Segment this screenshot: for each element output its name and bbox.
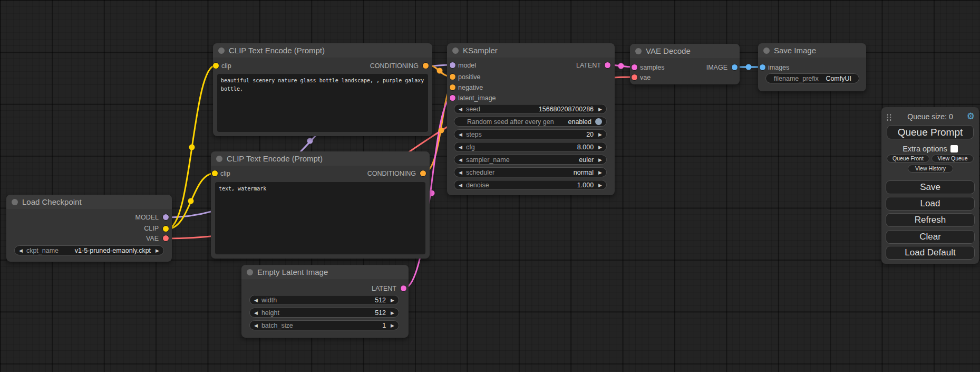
collapse-dot-icon[interactable] xyxy=(12,199,18,205)
input-port-samples[interactable] xyxy=(632,64,637,70)
widget-value: v1-5-pruned-emaonly.ckpt xyxy=(75,247,151,254)
load-default-button[interactable]: Load Default xyxy=(886,246,975,260)
input-port-clip[interactable] xyxy=(212,170,218,176)
input-port-clip[interactable] xyxy=(213,63,219,69)
input-port-images[interactable] xyxy=(760,64,765,70)
increment-icon[interactable] xyxy=(598,155,602,165)
collapse-dot-icon[interactable] xyxy=(635,48,642,54)
increment-icon[interactable] xyxy=(598,130,602,139)
node-title-bar[interactable]: VAE Decode xyxy=(630,44,740,58)
input-port-negative[interactable] xyxy=(450,84,455,90)
widget-label: scheduler xyxy=(466,169,494,176)
input-port-positive[interactable] xyxy=(450,74,455,80)
increment-icon[interactable] xyxy=(598,142,602,152)
decrement-icon[interactable] xyxy=(459,180,462,190)
widget-label: Random seed after every gen xyxy=(467,118,554,126)
collapse-dot-icon[interactable] xyxy=(216,156,222,162)
output-port-model[interactable] xyxy=(163,214,169,220)
collapse-dot-icon[interactable] xyxy=(218,47,225,54)
output-label-vae: VAE xyxy=(146,235,159,242)
collapse-dot-icon[interactable] xyxy=(763,47,770,54)
widget-seed[interactable]: seed 156680208700286 xyxy=(454,104,607,114)
node-title: Load Checkpoint xyxy=(22,197,82,206)
node-ksampler[interactable]: KSampler model positive negative latent_… xyxy=(447,43,615,195)
node-title-bar[interactable]: Save Image xyxy=(758,43,866,58)
output-port-latent[interactable] xyxy=(605,62,610,68)
decrement-icon[interactable] xyxy=(19,246,23,255)
node-title-bar[interactable]: CLIP Text Encode (Prompt) xyxy=(213,43,432,58)
decrement-icon[interactable] xyxy=(254,295,258,305)
decrement-icon[interactable] xyxy=(459,104,462,114)
decrement-icon[interactable] xyxy=(254,308,258,318)
output-port-image[interactable] xyxy=(732,64,738,70)
increment-icon[interactable] xyxy=(391,295,394,305)
collapse-dot-icon[interactable] xyxy=(247,269,253,275)
collapse-dot-icon[interactable] xyxy=(452,47,459,54)
prompt-text-field[interactable]: beautiful scenery nature glass bottle la… xyxy=(217,74,428,132)
prompt-text-field[interactable]: text, watermark xyxy=(215,182,425,254)
increment-icon[interactable] xyxy=(391,308,394,318)
output-port-clip[interactable] xyxy=(163,226,169,232)
widget-width[interactable]: width 512 xyxy=(249,295,399,305)
node-title-bar[interactable]: CLIP Text Encode (Prompt) xyxy=(211,151,430,166)
node-title: VAE Decode xyxy=(646,46,691,55)
node-title: CLIP Text Encode (Prompt) xyxy=(227,154,323,163)
view-history-button[interactable]: View History xyxy=(908,165,953,173)
increment-icon[interactable] xyxy=(598,168,602,177)
widget-scheduler[interactable]: scheduler normal xyxy=(454,167,607,177)
widget-denoise[interactable]: denoise 1.000 xyxy=(454,180,607,190)
refresh-button[interactable]: Refresh xyxy=(886,213,975,227)
node-title-bar[interactable]: Load Checkpoint xyxy=(6,195,172,209)
increment-icon[interactable] xyxy=(391,321,394,330)
increment-icon[interactable] xyxy=(598,104,602,114)
increment-icon[interactable] xyxy=(598,180,602,190)
view-queue-button[interactable]: View Queue xyxy=(932,155,974,163)
decrement-icon[interactable] xyxy=(254,321,258,330)
output-port-vae[interactable] xyxy=(163,235,169,241)
output-port-conditioning[interactable] xyxy=(423,63,429,69)
widget-steps[interactable]: steps 20 xyxy=(454,129,607,139)
node-load-checkpoint[interactable]: Load Checkpoint MODEL CLIP VAE ckpt_name… xyxy=(6,195,172,262)
output-port-conditioning[interactable] xyxy=(420,170,426,176)
widget-batch-size[interactable]: batch_size 1 xyxy=(249,320,399,330)
queue-prompt-button[interactable]: Queue Prompt xyxy=(887,125,974,139)
increment-icon[interactable] xyxy=(156,246,159,255)
input-port-latent-image[interactable] xyxy=(450,95,455,101)
node-title-bar[interactable]: Empty Latent Image xyxy=(241,265,409,279)
node-clip-text-encode-negative[interactable]: CLIP Text Encode (Prompt) clip CONDITION… xyxy=(211,151,430,259)
widget-ckpt-name[interactable]: ckpt_name v1-5-pruned-emaonly.ckpt xyxy=(14,245,164,255)
decrement-icon[interactable] xyxy=(459,142,462,152)
extra-options-checkbox[interactable] xyxy=(950,145,958,152)
widget-height[interactable]: height 512 xyxy=(249,308,399,318)
widget-value: 156680208700286 xyxy=(539,106,594,113)
toggle-knob-icon[interactable] xyxy=(595,118,602,125)
node-graph-canvas[interactable]: Load Checkpoint MODEL CLIP VAE ckpt_name… xyxy=(0,0,980,372)
node-vae-decode[interactable]: VAE Decode samples vae IMAGE xyxy=(630,44,740,84)
input-port-vae[interactable] xyxy=(632,74,637,80)
widget-filename-prefix[interactable]: filename_prefix ComfyUI xyxy=(765,73,859,83)
widget-sampler-name[interactable]: sampler_name euler xyxy=(454,155,607,165)
node-title-bar[interactable]: KSampler xyxy=(447,43,615,58)
widget-label: denoise xyxy=(466,182,489,189)
clear-button[interactable]: Clear xyxy=(886,230,975,244)
decrement-icon[interactable] xyxy=(459,130,462,139)
input-port-model[interactable] xyxy=(450,62,455,68)
widget-value: 8.000 xyxy=(577,144,594,151)
queue-front-button[interactable]: Queue Front xyxy=(887,155,929,163)
load-button[interactable]: Load xyxy=(886,197,975,211)
node-clip-text-encode-positive[interactable]: CLIP Text Encode (Prompt) clip CONDITION… xyxy=(213,43,432,136)
decrement-icon[interactable] xyxy=(459,155,462,165)
link-midpoint-dot xyxy=(439,128,444,133)
node-save-image[interactable]: Save Image images filename_prefix ComfyU… xyxy=(758,43,866,91)
save-button[interactable]: Save xyxy=(886,180,975,194)
widget-random-seed-toggle[interactable]: Random seed after every gen enabled xyxy=(454,117,607,127)
node-empty-latent-image[interactable]: Empty Latent Image LATENT width 512 heig… xyxy=(241,265,409,338)
widget-label: width xyxy=(261,297,277,304)
link-midpoint-dot xyxy=(746,64,752,70)
output-port-latent[interactable] xyxy=(401,285,406,291)
link-midpoint-dot xyxy=(307,138,313,144)
widget-cfg[interactable]: cfg 8.000 xyxy=(454,142,607,152)
gear-icon[interactable]: ⚙ xyxy=(967,111,975,122)
output-label-clip: CLIP xyxy=(144,225,159,232)
decrement-icon[interactable] xyxy=(459,168,462,177)
